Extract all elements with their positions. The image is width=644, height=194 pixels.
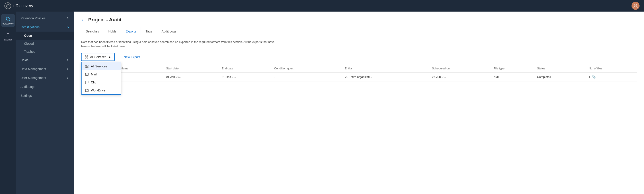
nav-item-retention[interactable]: Retention Policies [16,14,74,23]
page-header: ← Project - Audit [81,17,637,23]
col-end-date: End date [219,64,272,72]
sidebar-icon-label-backup: Backup [4,38,12,41]
tab-searches[interactable]: Searches [81,27,104,35]
cell-start-date: 01-Jan-20... [163,72,219,81]
svg-rect-11 [86,66,87,68]
col-status: Status [534,64,586,72]
service-dropdown[interactable]: All Services ▲ All Services [81,53,115,61]
user-avatar[interactable] [632,2,640,10]
dropdown-option-workdrive-label: WorkDrive [91,89,106,92]
service-dropdown-button[interactable]: All Services ▲ [81,53,115,61]
sidebar-icon-ediscovery[interactable]: eDiscovery [1,14,15,27]
nav-item-holds[interactable]: Holds [16,56,74,64]
back-button[interactable]: ← [81,17,86,22]
svg-rect-5 [85,56,86,57]
exports-toolbar: All Services ▲ All Services [81,53,637,61]
logo-icon [4,2,11,9]
chevron-up-icon: ▲ [108,55,111,59]
nav-item-audit-logs[interactable]: Audit Logs [16,82,74,91]
svg-point-1 [635,4,636,6]
cell-entity: Entire organizati... [342,72,430,81]
svg-rect-8 [87,57,88,58]
dropdown-option-workdrive[interactable]: WorkDrive [82,86,121,94]
attachment-icon: 📎 [592,75,596,79]
content-area: ← Project - Audit Searches Holds Exports… [74,11,644,194]
cell-no-of-files: 1 📎 [586,72,637,81]
nav-sub-item-open[interactable]: Open [16,32,74,40]
sidebar-icon-label-ediscovery: eDiscovery [2,22,13,25]
cell-end-date: 31-Dec-2... [219,72,272,81]
nav-item-retention-label: Retention Policies [20,16,46,20]
nav-item-holds-label: Holds [20,58,28,62]
tab-holds[interactable]: Holds [104,27,121,35]
table-row: Co... 01-Jan-20... 31-Dec-2... - Entire … [81,72,637,81]
svg-rect-9 [86,65,87,66]
app-logo: eDiscovery [4,2,33,9]
nav-sidebar: Retention Policies Investigations Open C… [16,11,74,194]
col-entity: Entity [342,64,430,72]
topbar: eDiscovery [0,0,644,11]
dropdown-option-cliq[interactable]: Cliq [82,78,121,86]
dropdown-option-all[interactable]: All Services [82,62,121,70]
tab-tags[interactable]: Tags [141,27,157,35]
col-scheduled-on: Scheduled on [430,64,491,72]
svg-rect-12 [87,66,88,68]
col-no-of-files: No. of files [586,64,637,72]
cell-status: Completed [534,72,586,81]
nav-item-user-management[interactable]: User Management [16,73,74,82]
nav-item-data-management[interactable]: Data Management [16,64,74,73]
col-file-type: File type [491,64,534,72]
col-start-date: Start date [163,64,219,72]
nav-sub-item-closed[interactable]: Closed [16,40,74,48]
nav-item-settings-label: Settings [20,94,32,97]
svg-line-3 [9,20,10,21]
tab-bar: Searches Holds Exports Tags Audit Logs [81,27,637,35]
cell-scheduled-on: 26-Jun-2... [430,72,491,81]
new-export-button[interactable]: + New Export [118,53,143,60]
table-header-row: Na... ...ce Name Start date End date Con… [81,64,637,72]
nav-sub-item-trashed[interactable]: Trashed [16,48,74,56]
nav-item-investigations[interactable]: Investigations [16,23,74,32]
tab-exports[interactable]: Exports [121,27,141,35]
nav-sub-item-closed-label: Closed [24,42,34,45]
svg-rect-7 [85,57,86,58]
nav-sub-item-open-label: Open [24,34,32,37]
icon-sidebar: eDiscovery Backup [0,11,16,194]
nav-item-audit-logs-label: Audit Logs [20,85,35,89]
cell-file-type: XML [491,72,534,81]
dropdown-option-all-label: All Services [91,64,107,68]
nav-item-user-management-label: User Management [20,76,46,80]
nav-item-settings[interactable]: Settings [16,91,74,100]
tab-audit-logs[interactable]: Audit Logs [157,27,181,35]
svg-rect-10 [87,65,88,66]
page-title: Project - Audit [88,17,122,23]
app-name: eDiscovery [13,3,33,8]
nav-item-data-management-label: Data Management [20,67,46,71]
exports-table: Na... ...ce Name Start date End date Con… [81,64,637,81]
nav-item-investigations-label: Investigations [20,25,40,29]
dropdown-option-mail-label: Mail [91,72,97,76]
service-dropdown-label: All Services [90,55,106,59]
col-condition-query: Condition quer... [272,64,342,72]
dropdown-option-cliq-label: Cliq [91,81,96,84]
svg-rect-6 [87,56,88,57]
new-export-label: + New Export [121,55,140,59]
svg-point-2 [6,17,9,20]
svg-point-14 [346,76,347,77]
exports-description: Data that has been filtered or identifie… [81,40,282,48]
dropdown-option-mail[interactable]: Mail [82,70,121,78]
sidebar-icon-backup[interactable]: Backup [1,30,15,43]
service-dropdown-menu: All Services Mail Cliq [81,62,121,95]
cell-condition-query: - [272,72,342,81]
nav-sub-item-trashed-label: Trashed [24,50,36,53]
